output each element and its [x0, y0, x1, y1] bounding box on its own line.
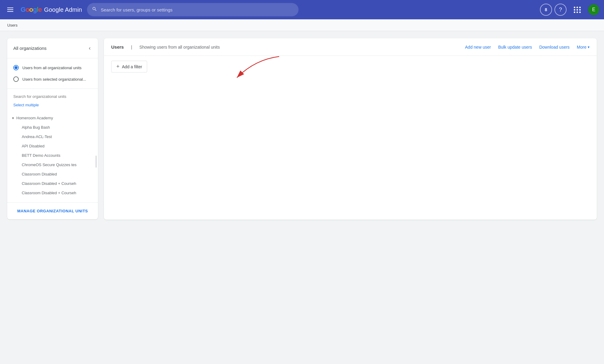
breadcrumb-label: Users [7, 23, 18, 27]
content-wrapper: Users | Showing users from all organizat… [104, 38, 597, 220]
top-navigation-bar: Google Google Admin 8 ? E [0, 0, 604, 19]
content-area: Users | Showing users from all organizat… [104, 38, 597, 220]
app-title: Google Admin [44, 6, 82, 13]
more-dropdown-button[interactable]: More ▾ [577, 45, 589, 50]
org-parent-homeroom[interactable]: ▾ Homeroom Academy [7, 113, 98, 123]
add-filter-button[interactable]: + Add a filter [111, 61, 147, 72]
breadcrumb: Users [0, 19, 604, 31]
search-icon [92, 6, 97, 13]
bulk-update-link[interactable]: Bulk update users [498, 45, 532, 50]
org-search-section [7, 89, 98, 101]
apps-grid-button[interactable] [569, 2, 586, 18]
main-layout: All organizations ‹ Users from all organ… [0, 31, 604, 227]
org-child-andrea[interactable]: Andrea-ACL-Test [7, 132, 98, 141]
radio-selected-label: Users from selected organizational... [22, 77, 86, 82]
chevron-down-icon: ▾ [588, 45, 589, 49]
collapse-icon[interactable]: ‹ [88, 44, 92, 53]
content-header: Users | Showing users from all organizat… [104, 38, 597, 56]
top-bar-actions: 8 ? E [540, 2, 599, 18]
radio-selected-circle [13, 76, 19, 82]
manage-org-button[interactable]: MANAGE ORGANIZATIONAL UNITS [7, 202, 98, 219]
select-multiple-link[interactable]: Select multiple [7, 101, 98, 111]
org-child-alpha[interactable]: Alpha Bug Bash [7, 123, 98, 132]
global-search-input[interactable] [101, 7, 294, 12]
download-users-link[interactable]: Download users [539, 45, 570, 50]
org-tree: ▾ Homeroom Academy Alpha Bug Bash Andrea… [7, 111, 98, 200]
content-subtitle: Showing users from all organizational un… [139, 45, 220, 50]
hamburger-menu-icon[interactable] [5, 5, 16, 14]
radio-option-selected[interactable]: Users from selected organizational... [7, 73, 98, 85]
add-filter-label: Add a filter [122, 64, 142, 69]
org-child-bett[interactable]: BETT Demo Accounts [7, 151, 98, 160]
header-actions: Add new user Bulk update users Download … [465, 45, 589, 50]
scrollbar-indicator[interactable] [95, 156, 97, 168]
add-new-user-link[interactable]: Add new user [465, 45, 491, 50]
org-child-classroom-disabled[interactable]: Classroom Disabled [7, 169, 98, 179]
filter-bar: + Add a filter [104, 56, 597, 77]
org-child-api[interactable]: API Disabled [7, 141, 98, 151]
radio-all-circle [13, 65, 19, 70]
avatar[interactable]: E [588, 4, 599, 15]
global-search-bar[interactable] [87, 3, 299, 16]
notification-badge[interactable]: 8 [540, 4, 552, 16]
radio-all-label: Users from all organizational units [22, 66, 82, 70]
more-label: More [577, 45, 586, 50]
org-filter-options: Users from all organizational units User… [7, 58, 98, 89]
plus-icon: + [116, 63, 120, 70]
org-parent-label: Homeroom Academy [16, 116, 53, 120]
google-admin-logo: Google Google Admin [21, 6, 82, 14]
chevron-down-icon: ▾ [12, 116, 14, 120]
sidebar: All organizations ‹ Users from all organ… [7, 38, 98, 219]
org-child-chromeos[interactable]: ChromeOS Secure Quizzes tes [7, 160, 98, 169]
sidebar-title: All organizations [13, 46, 47, 51]
help-icon-button[interactable]: ? [554, 4, 567, 16]
org-child-classroom-disabled-courseh1[interactable]: Classroom Disabled + Courseh [7, 179, 98, 188]
header-pipe: | [131, 45, 132, 50]
content-title: Users [111, 44, 124, 50]
sidebar-header: All organizations ‹ [7, 38, 98, 58]
radio-option-all[interactable]: Users from all organizational units [7, 62, 98, 73]
org-child-classroom-disabled-courseh2[interactable]: Classroom Disabled + Courseh [7, 188, 98, 198]
org-search-input[interactable] [13, 94, 92, 99]
